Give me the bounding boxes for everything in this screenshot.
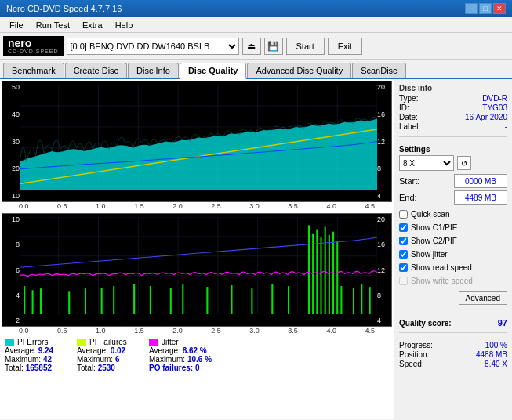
- eject-icon-button[interactable]: ⏏: [242, 38, 261, 55]
- speed-refresh-icon[interactable]: ↺: [457, 156, 471, 170]
- start-button[interactable]: Start: [286, 38, 325, 55]
- svg-rect-54: [329, 235, 330, 315]
- show-jitter-checkbox[interactable]: [399, 250, 408, 259]
- divider-2: [399, 310, 507, 310]
- svg-rect-59: [361, 284, 362, 314]
- end-mb-input[interactable]: [454, 190, 507, 205]
- bottom-chart-svg: [20, 217, 377, 314]
- pi-errors-avg: 9.24: [38, 346, 53, 355]
- speed-row-progress: Speed: 8.40 X: [399, 360, 507, 368]
- minimize-button[interactable]: −: [465, 3, 478, 14]
- jitter-label: Jitter: [162, 338, 179, 346]
- exit-button[interactable]: Exit: [328, 38, 362, 55]
- tab-benchmark[interactable]: Benchmark: [3, 63, 64, 78]
- disc-id-val: TYG03: [482, 103, 507, 112]
- legend-pi-failures: PI Failures Average: 0.02 Maximum: 6 Tot…: [77, 338, 140, 372]
- show-c2pif-row: Show C2/PIF: [399, 237, 507, 245]
- bottom-chart-y-right: 20 16 12 8 4: [377, 214, 391, 326]
- disc-type-row: Type: DVD-R: [399, 94, 507, 103]
- tab-bar: Benchmark Create Disc Disc Info Disc Qua…: [0, 60, 512, 79]
- speed-row: 8 X ↺: [399, 155, 507, 171]
- pi-failures-max: 6: [115, 355, 120, 364]
- disc-info-heading: Disc info: [399, 84, 507, 92]
- show-c2pif-label: Show C2/PIF: [411, 237, 457, 245]
- titlebar-controls: − □ ✕: [465, 3, 506, 14]
- disc-id-row: ID: TYG03: [399, 103, 507, 112]
- titlebar: Nero CD-DVD Speed 4.7.7.16 − □ ✕: [0, 0, 512, 17]
- svg-rect-56: [336, 241, 338, 314]
- svg-rect-60: [369, 287, 371, 314]
- jitter-avg: 8.62 %: [183, 346, 207, 355]
- save-icon-button[interactable]: 💾: [264, 38, 283, 55]
- maximize-button[interactable]: □: [479, 3, 492, 14]
- disc-type-label: Type:: [399, 94, 418, 103]
- disc-date-row: Date: 16 Apr 2020: [399, 113, 507, 121]
- main-content: 50 40 30 20 10 20 16 12 8 4: [0, 79, 512, 419]
- pi-errors-color: [5, 339, 14, 346]
- menu-run-test[interactable]: Run Test: [30, 19, 76, 31]
- quality-score-val: 97: [498, 318, 507, 328]
- disc-label-row: Label: -: [399, 122, 507, 131]
- show-c1pie-row: Show C1/PIE: [399, 223, 507, 232]
- menu-file[interactable]: File: [3, 19, 30, 31]
- tab-create-disc[interactable]: Create Disc: [65, 63, 127, 78]
- disc-date-label: Date:: [399, 113, 418, 121]
- quick-scan-row: Quick scan: [399, 210, 507, 219]
- po-failures-val: 0: [195, 364, 200, 372]
- tab-advanced-disc-quality[interactable]: Advanced Disc Quality: [247, 63, 351, 78]
- speed-selector[interactable]: 8 X: [399, 155, 454, 171]
- bottom-chart-x-labels: 0.0 0.5 1.0 1.5 2.0 2.5 3.0 3.5 4.0 4.5: [2, 327, 392, 336]
- position-val: 4488 MB: [476, 350, 507, 359]
- bottom-chart-y-left: 10 8 6 4 2: [2, 214, 20, 326]
- pi-errors-total: 165852: [26, 364, 52, 372]
- quality-score-label: Quality score:: [399, 319, 452, 328]
- advanced-button[interactable]: Advanced: [459, 291, 507, 305]
- start-mb-row: Start:: [399, 174, 507, 188]
- svg-rect-46: [251, 288, 252, 314]
- speed-val: 8.40 X: [485, 360, 507, 368]
- show-c1pie-checkbox[interactable]: [399, 223, 408, 232]
- disc-label-val: -: [505, 122, 507, 131]
- jitter-color: [149, 339, 158, 346]
- drive-selector[interactable]: [0:0] BENQ DVD DD DW1640 BSLB: [67, 38, 239, 55]
- nero-logo: nero CD·DVD SPEED: [3, 36, 64, 56]
- top-chart-svg: [20, 85, 377, 190]
- tab-scan-disc[interactable]: ScanDisc: [352, 63, 405, 78]
- top-chart-x-labels: 0.0 0.5 1.0 1.5 2.0 2.5 3.0 3.5 4.0 4.5: [2, 202, 392, 212]
- divider-3: [399, 332, 507, 333]
- svg-rect-58: [353, 288, 354, 314]
- svg-rect-42: [170, 288, 172, 314]
- position-label: Position:: [399, 350, 429, 359]
- show-read-speed-row: Show read speed: [399, 263, 507, 272]
- disc-label-label: Label:: [399, 122, 420, 131]
- nero-logo-text: nero: [8, 38, 31, 49]
- legend-pi-errors: PI Errors Average: 9.24 Maximum: 42 Tota…: [5, 338, 67, 372]
- divider-1: [399, 136, 507, 137]
- menu-extra[interactable]: Extra: [76, 19, 109, 31]
- show-write-speed-row: Show write speed: [399, 277, 507, 285]
- svg-rect-52: [320, 237, 321, 314]
- pi-errors-label: PI Errors: [17, 338, 48, 346]
- bottom-chart: 10 8 6 4 2 20 16 12 8 4: [2, 213, 392, 327]
- legend-jitter: Jitter Average: 8.62 % Maximum: 10.6 % P…: [149, 338, 212, 372]
- quality-score-row: Quality score: 97: [399, 318, 507, 328]
- close-button[interactable]: ✕: [493, 3, 506, 14]
- position-row: Position: 4488 MB: [399, 350, 507, 359]
- svg-rect-39: [113, 286, 114, 314]
- show-c2pif-checkbox[interactable]: [399, 237, 408, 245]
- settings-section: Settings 8 X ↺ Start: End:: [399, 142, 507, 207]
- svg-rect-53: [325, 226, 326, 314]
- progress-row: Progress: 100 %: [399, 341, 507, 349]
- start-mb-input[interactable]: [454, 174, 507, 188]
- disc-type-val: DVD-R: [482, 94, 507, 103]
- menu-help[interactable]: Help: [109, 19, 140, 31]
- quick-scan-checkbox[interactable]: [399, 210, 408, 219]
- tab-disc-quality[interactable]: Disc Quality: [180, 63, 247, 79]
- disc-id-label: ID:: [399, 103, 409, 112]
- pi-failures-avg: 0.02: [111, 346, 125, 355]
- speed-label: Speed:: [399, 360, 424, 368]
- tab-disc-info[interactable]: Disc Info: [128, 63, 179, 78]
- show-read-speed-checkbox[interactable]: [399, 263, 408, 272]
- show-write-speed-checkbox[interactable]: [399, 277, 408, 285]
- svg-rect-43: [182, 284, 183, 314]
